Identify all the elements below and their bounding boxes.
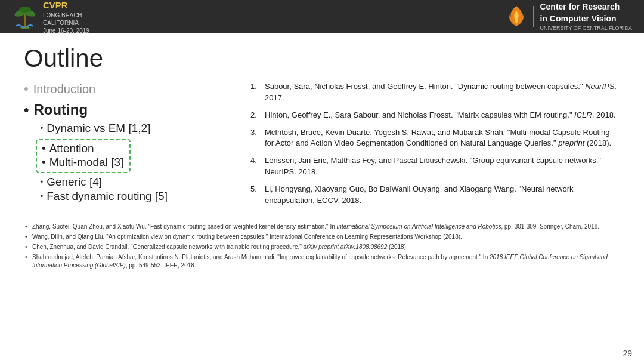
main-content: Outline • Introduction • Routing • Dynam… [0,33,644,278]
footnote-item: Wang, Dilin, and Qiang Liu. "An optimiza… [24,233,620,241]
list-item: 3. McIntosh, Bruce, Kevin Duarte, Yogesh… [250,127,620,150]
reference-list: 1. Sabour, Sara, Nicholas Frosst, and Ge… [250,81,620,207]
cvpr-logo: CVPR LONG BEACHCALIFORNIAJune 16-20, 201… [12,0,89,35]
ucf-title: Center for Research in Computer Vision U… [540,1,632,32]
slide-title: Outline [24,44,620,73]
svg-rect-1 [24,14,26,29]
list-item: • Fast dynamic routing [5] [41,190,227,203]
intro-label: Introduction [33,82,96,96]
ucf-flame-icon [506,5,527,29]
list-item: 4. Lenssen, Jan Eric, Matthias Fey, and … [250,155,620,178]
footnote-item: Zhang, Suofei, Quan Zhou, and Xiaofu Wu.… [24,223,620,231]
dashed-highlight-box: • Attention • Multi-modal [3] [36,139,131,173]
list-item: 1. Sabour, Sara, Nicholas Frosst, and Ge… [250,81,620,104]
list-item: • Attention [42,142,123,155]
ucf-divider [533,6,534,27]
svg-point-4 [19,7,31,13]
list-item: • Multi-modal [3] [42,156,123,169]
intro-item: • Introduction [24,81,227,97]
footnotes-section: Zhang, Suofei, Quan Zhou, and Xiaofu Wu.… [24,219,620,272]
routing-label: Routing [33,101,88,118]
routing-item: • Routing [24,101,227,118]
list-item: • Generic [4] [41,176,227,189]
header-left: CVPR LONG BEACHCALIFORNIAJune 16-20, 201… [12,0,89,35]
content-area: • Introduction • Routing • Dynamic vs EM… [24,81,620,213]
references-column: 1. Sabour, Sara, Nicholas Frosst, and Ge… [250,81,620,213]
slide-number: 29 [623,349,632,358]
header: CVPR LONG BEACHCALIFORNIAJune 16-20, 201… [0,0,644,33]
outline-column: • Introduction • Routing • Dynamic vs EM… [24,81,227,213]
list-item: • Dynamic vs EM [1,2] [41,122,227,135]
header-right: Center for Research in Computer Vision U… [506,1,632,32]
cvpr-text: CVPR LONG BEACHCALIFORNIAJune 16-20, 201… [43,0,89,35]
cvpr-logo-icon [12,4,38,30]
sub-items: • Dynamic vs EM [1,2] • Attention • Mult… [41,122,227,203]
list-item: 2. Hinton, Geoffrey E., Sara Sabour, and… [250,110,620,121]
footnote-item: Chen, Zhenhua, and David Crandall. "Gene… [24,243,620,251]
list-item: 5. Li, Hongyang, Xiaoyang Guo, Bo DaiWan… [250,184,620,207]
footnote-item: Shahroudnejad, Atefeh, Parnian Afshar, K… [24,253,620,270]
